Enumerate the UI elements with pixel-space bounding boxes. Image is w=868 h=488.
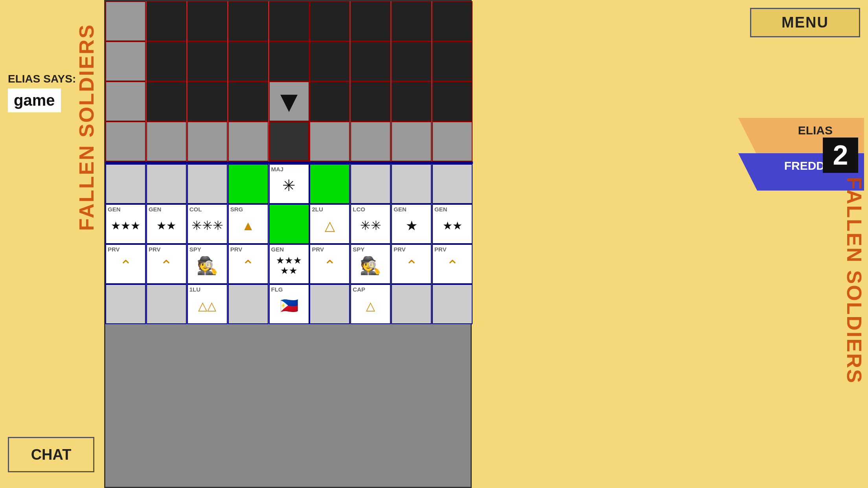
cell-r7c5-gen-cluster[interactable]: GEN ★★★★★ (269, 244, 309, 284)
cell-r3c9[interactable] (432, 81, 473, 121)
cell-r1c8[interactable] (391, 1, 432, 41)
cell-r1c7[interactable] (350, 1, 391, 41)
cell-r4c8[interactable] (391, 121, 432, 161)
cell-r5c7[interactable] (350, 164, 391, 204)
game-board: ▼ MAJ ✳ GEN ★★★ (104, 0, 472, 488)
cell-r1c3[interactable] (187, 1, 228, 41)
cell-r8c6[interactable] (309, 284, 350, 324)
left-panel: FALLEN SOLDIERS ELIAS SAYS: game CHAT (0, 0, 106, 488)
cell-r4c1[interactable] (105, 121, 146, 161)
cell-r4c3[interactable] (187, 121, 228, 161)
maj-icon: ✳ (282, 176, 296, 194)
chat-button[interactable]: CHAT (8, 437, 94, 472)
right-panel: MENU ELIAS 2 FREDDY FALLEN SOLDIERS (473, 0, 868, 488)
cell-r6c6-2lu[interactable]: 2LU △ (309, 204, 350, 244)
cell-r2c5[interactable] (269, 41, 309, 81)
cell-r1c9[interactable] (432, 1, 473, 41)
cell-r3c7[interactable] (350, 81, 391, 121)
cell-r7c6-prv[interactable]: PRV ⌃ (309, 244, 350, 284)
fallen-soldiers-right-label: FALLEN SOLDIERS (842, 177, 866, 384)
cell-r8c1[interactable] (105, 284, 146, 324)
enemy-row-2 (105, 41, 473, 81)
rank-label-maj: MAJ (271, 166, 284, 172)
cell-r1c5[interactable] (269, 1, 309, 41)
cell-r2c3[interactable] (187, 41, 228, 81)
fallen-soldiers-left-label: FALLEN SOLDIERS (75, 24, 98, 231)
cell-r1c2[interactable] (146, 1, 187, 41)
cell-r2c4[interactable] (228, 41, 268, 81)
cell-r8c4[interactable] (228, 284, 268, 324)
cell-r6c2-gen2[interactable]: GEN ★★ (146, 204, 187, 244)
cell-r7c2-prv[interactable]: PRV ⌃ (146, 244, 187, 284)
cell-r4c4[interactable] (228, 121, 268, 161)
cell-r3c6[interactable] (309, 81, 350, 121)
cell-r8c8[interactable] (391, 284, 432, 324)
cell-r8c7-cap[interactable]: CAP △ (350, 284, 391, 324)
player-row-7: PRV ⌃ PRV ⌃ SPY 🕵 PRV ⌃ GEN ★★★★★ PRV ⌃ (105, 244, 473, 284)
cell-r2c2[interactable] (146, 41, 187, 81)
cell-r5c5-maj[interactable]: MAJ ✳ (269, 164, 309, 204)
cell-r2c7[interactable] (350, 41, 391, 81)
elias-score-label: ELIAS (798, 124, 833, 137)
cell-r5c6-green[interactable] (309, 164, 350, 204)
cell-r5c9[interactable] (432, 164, 473, 204)
cell-r3c2[interactable] (146, 81, 187, 121)
cell-r8c2[interactable] (146, 284, 187, 324)
cell-r1c6[interactable] (309, 1, 350, 41)
cell-r7c7-spy[interactable]: SPY 🕵 (350, 244, 391, 284)
elias-says-label: ELIAS SAYS: (8, 73, 112, 85)
cell-r5c8[interactable] (391, 164, 432, 204)
cell-r4c7[interactable] (350, 121, 391, 161)
cell-r7c1-prv[interactable]: PRV ⌃ (105, 244, 146, 284)
cell-r4c9[interactable] (432, 121, 473, 161)
player-row-5: MAJ ✳ (105, 161, 473, 204)
score-number: 2 (823, 138, 858, 173)
cell-r6c4-srg[interactable]: SRG ▲ (228, 204, 268, 244)
cell-r3c8[interactable] (391, 81, 432, 121)
cell-r7c4-prv[interactable]: PRV ⌃ (228, 244, 268, 284)
elias-says-box: ELIAS SAYS: game (8, 73, 112, 112)
cell-r4c6[interactable] (309, 121, 350, 161)
enemy-row-1 (105, 1, 473, 41)
cell-r4c2[interactable] (146, 121, 187, 161)
cell-r8c5-flg[interactable]: FLG 🇵🇭 (269, 284, 309, 324)
cell-r1c1[interactable] (105, 1, 146, 41)
cell-r5c3[interactable] (187, 164, 228, 204)
cell-r3c5-arrow[interactable]: ▼ (269, 81, 309, 121)
cell-r3c4[interactable] (228, 81, 268, 121)
cell-r8c9[interactable] (432, 284, 473, 324)
cell-r2c9[interactable] (432, 41, 473, 81)
cell-r2c1[interactable] (105, 41, 146, 81)
enemy-row-4 (105, 121, 473, 161)
player-row-6: GEN ★★★ GEN ★★ COL ✳✳✳ SRG ▲ 2LU △ LCO ✳… (105, 204, 473, 244)
cell-r7c8-prv[interactable]: PRV ⌃ (391, 244, 432, 284)
player-row-8: 1LU △△ FLG 🇵🇭 CAP △ (105, 284, 473, 324)
cell-r3c3[interactable] (187, 81, 228, 121)
cell-r7c9-prv[interactable]: PRV ⌃ (432, 244, 473, 284)
elias-says-text: game (8, 88, 61, 112)
cell-r5c4-green[interactable] (228, 164, 268, 204)
cell-r6c9-gen2b[interactable]: GEN ★★ (432, 204, 473, 244)
cell-r1c4[interactable] (228, 1, 268, 41)
enemy-row-3: ▼ (105, 81, 473, 121)
cell-r6c5-green[interactable] (269, 204, 309, 244)
cell-r5c1[interactable] (105, 164, 146, 204)
cell-r6c3-col[interactable]: COL ✳✳✳ (187, 204, 228, 244)
cell-r4c5-target[interactable] (269, 121, 309, 161)
cell-r6c8-gen1[interactable]: GEN ★ (391, 204, 432, 244)
cell-r6c1-gen3[interactable]: GEN ★★★ (105, 204, 146, 244)
cell-r5c2[interactable] (146, 164, 187, 204)
cell-r7c3-spy[interactable]: SPY 🕵 (187, 244, 228, 284)
cell-r6c7-lco[interactable]: LCO ✳✳ (350, 204, 391, 244)
cell-r2c8[interactable] (391, 41, 432, 81)
menu-button[interactable]: MENU (750, 8, 860, 37)
cell-r8c3-1lu[interactable]: 1LU △△ (187, 284, 228, 324)
cell-r2c6[interactable] (309, 41, 350, 81)
cell-r3c1[interactable] (105, 81, 146, 121)
